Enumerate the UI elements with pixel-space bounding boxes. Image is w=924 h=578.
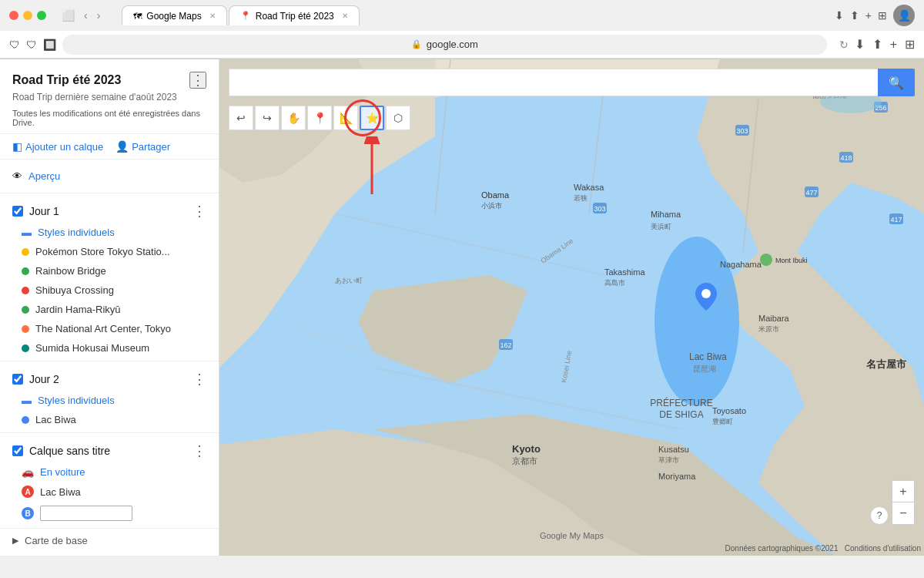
jour2-checkbox[interactable] <box>12 374 23 385</box>
calque-A-item[interactable]: A Lac Biwa <box>0 482 219 502</box>
jour1-menu-button[interactable]: ⋮ <box>192 203 206 220</box>
panel-actions: ◧ Ajouter un calque 👤 Partager <box>0 134 219 160</box>
jour1-item-3[interactable]: Jardin Hama-Rikyū <box>0 300 219 319</box>
new-tab-icon[interactable]: + <box>865 9 872 22</box>
toolbar-share-icon[interactable]: ⬆ <box>872 37 882 52</box>
tab-google-maps-label: Google Maps <box>146 11 201 22</box>
svg-text:草津市: 草津市 <box>658 456 679 464</box>
svg-text:Lac Biwa: Lac Biwa <box>689 351 727 362</box>
toolbar-redo-button[interactable]: ↪ <box>255 106 280 130</box>
panel-menu-button[interactable]: ⋮ <box>189 72 206 89</box>
search-icon: 🔍 <box>889 76 904 90</box>
jour1-item-1[interactable]: Rainbow Bridge <box>0 261 219 281</box>
svg-text:高島市: 高島市 <box>604 279 625 287</box>
preview-item[interactable]: 👁 Aperçu <box>0 166 219 187</box>
map-pin-lac-biwa[interactable] <box>695 283 717 314</box>
close-button[interactable] <box>9 11 18 20</box>
add-layer-icon: ◧ <box>12 140 22 153</box>
national-art-dot <box>22 325 29 333</box>
grid-icon[interactable]: ⊞ <box>878 9 887 22</box>
jardin-label: Jardin Hama-Rikyū <box>35 304 121 315</box>
tab-close-road-trip[interactable]: ✕ <box>342 12 348 20</box>
jour1-styles-item[interactable]: ▬ Styles individuels <box>0 223 219 242</box>
download-icon[interactable]: ⬇ <box>835 9 844 22</box>
lac-biwa-jour2-dot <box>22 416 29 424</box>
zoom-in-button[interactable]: + <box>892 481 914 502</box>
carte-label: Carte de base <box>25 535 88 546</box>
rainbow-bridge-label: Rainbow Bridge <box>35 265 106 277</box>
jour1-checkbox[interactable] <box>12 206 23 217</box>
toolbar-hand-button[interactable]: ✋ <box>281 106 306 130</box>
toolbar-measure-button[interactable]: 📐 <box>333 106 358 130</box>
fullscreen-button[interactable] <box>37 11 46 20</box>
traffic-lights <box>9 11 46 20</box>
svg-text:豊郷町: 豊郷町 <box>712 418 733 425</box>
user-avatar[interactable]: 👤 <box>893 5 915 26</box>
address-bar[interactable]: 🔒 google.com <box>62 35 827 55</box>
map-search-input[interactable] <box>229 69 878 96</box>
zoom-out-button[interactable]: − <box>892 502 914 524</box>
svg-point-35 <box>760 254 772 266</box>
toolbar-new-tab-icon[interactable]: + <box>890 38 897 52</box>
calque-title: Calque sans titre <box>29 445 110 457</box>
nav-back[interactable]: ‹ <box>81 6 91 25</box>
jour2-menu-button[interactable]: ⋮ <box>192 371 206 388</box>
jour1-item-2[interactable]: Shibuya Crossing <box>0 281 219 300</box>
svg-text:Obama: Obama <box>481 190 510 200</box>
app-area: Road Trip été 2023 ⋮ Road Trip dernière … <box>0 59 924 556</box>
lac-biwa-jour2-label: Lac Biwa <box>35 414 76 425</box>
share-icon[interactable]: ⬆ <box>850 9 859 22</box>
nav-forward[interactable]: › <box>94 6 104 25</box>
google-maps-tab-icon: 🗺 <box>133 12 142 21</box>
jour2-title-area: Jour 2 <box>12 373 59 385</box>
svg-text:京都市: 京都市 <box>512 456 537 465</box>
jour1-styles-label: Styles individuels <box>38 227 115 238</box>
toolbar-grid-icon[interactable]: ⊞ <box>905 37 915 52</box>
share-person-icon: 👤 <box>116 140 129 153</box>
map-search-button[interactable]: 🔍 <box>878 69 915 96</box>
toolbar-star-button[interactable]: ⭐ <box>360 106 384 130</box>
car-icon: 🚗 <box>22 466 34 478</box>
jour1-item-5[interactable]: Sumida Hokusai Museum <box>0 338 219 358</box>
tab-close-google-maps[interactable]: ✕ <box>209 12 216 20</box>
calque-checkbox[interactable] <box>12 445 23 456</box>
tab-road-trip-label: Road Trip été 2023 <box>256 11 334 22</box>
jour2-item-0[interactable]: Lac Biwa <box>0 410 219 429</box>
jour2-styles-label: Styles individuels <box>38 395 115 406</box>
jour2-styles-item[interactable]: ▬ Styles individuels <box>0 391 219 410</box>
map-copyright: Données cartographiques ©2021 Conditions… <box>725 544 921 553</box>
toolbar-pin-button[interactable]: 📍 <box>307 106 332 130</box>
calque-car-item[interactable]: 🚗 En voiture <box>0 462 219 482</box>
carte-header[interactable]: ▶ Carte de base <box>12 535 206 546</box>
tab-google-maps[interactable]: 🗺 Google Maps ✕ <box>122 5 226 25</box>
help-button[interactable]: ? <box>870 506 889 525</box>
sumida-label: Sumida Hokusai Museum <box>35 342 149 354</box>
tab-road-trip[interactable]: 📍 Road Trip été 2023 ✕ <box>229 5 360 25</box>
copyright-text: Données cartographiques ©2021 <box>725 544 839 553</box>
toolbar-download-icon[interactable]: ⬇ <box>855 37 865 52</box>
panel-status: Toutes les modifications ont été enregis… <box>12 109 206 127</box>
calque-B-item[interactable]: B <box>0 502 219 525</box>
minimize-button[interactable] <box>23 11 32 20</box>
conditions-link[interactable]: Conditions d'utilisation <box>845 544 921 553</box>
calque-menu-button[interactable]: ⋮ <box>192 442 206 459</box>
jour1-item-0[interactable]: Pokémon Store Tokyo Statio... <box>0 242 219 261</box>
calque-B-input[interactable] <box>40 506 132 521</box>
shibuya-dot <box>22 287 29 294</box>
calque-header: Calque sans titre ⋮ <box>0 436 219 462</box>
jour2-section: Jour 2 ⋮ ▬ Styles individuels Lac Biwa <box>0 361 219 433</box>
svg-text:あおい町: あおい町 <box>335 277 363 284</box>
share-button[interactable]: 👤 Partager <box>116 140 170 153</box>
road-trip-tab-icon: 📍 <box>240 11 251 21</box>
svg-text:303: 303 <box>594 205 605 213</box>
jour1-item-4[interactable]: The National Art Center, Tokyo <box>0 319 219 338</box>
jour1-title: Jour 1 <box>29 205 59 217</box>
toolbar-shape-button[interactable]: ⬡ <box>386 106 410 130</box>
jour2-title: Jour 2 <box>29 373 59 385</box>
toolbar-undo-button[interactable]: ↩ <box>229 106 253 130</box>
nav-sidebar-toggle[interactable]: ⬜ <box>59 6 78 25</box>
national-art-label: The National Art Center, Tokyo <box>35 323 171 334</box>
svg-text:Moriyama: Moriyama <box>658 472 696 481</box>
refresh-button[interactable]: ↻ <box>839 39 849 51</box>
add-layer-button[interactable]: ◧ Ajouter un calque <box>12 140 103 153</box>
